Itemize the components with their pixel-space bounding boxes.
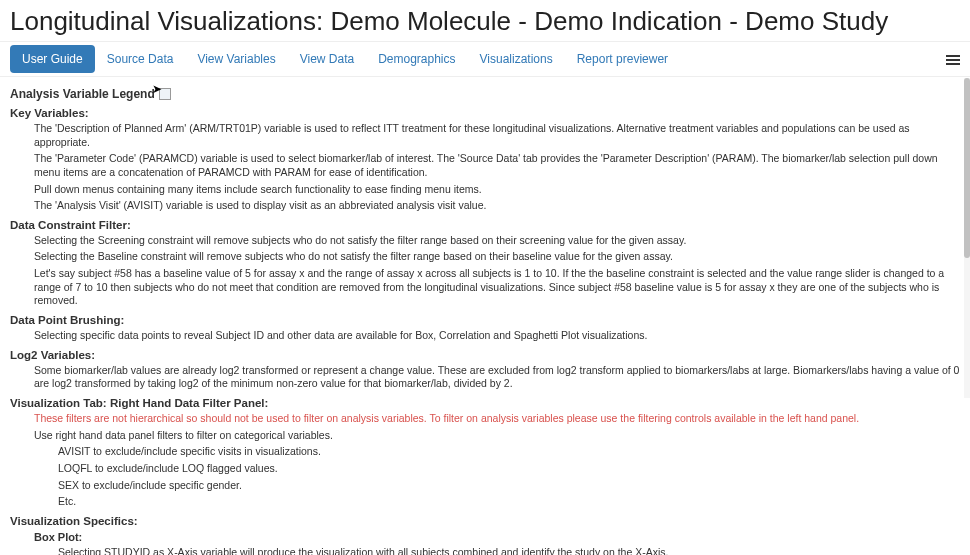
heading-viz-tab: Visualization Tab: Right Hand Data Filte… [10,397,960,409]
text-viz-b3: SEX to exclude/include specific gender. [58,479,960,493]
text-viz-warning: These filters are not hierarchical so sh… [34,412,960,426]
tab-user-guide[interactable]: User Guide [10,45,95,73]
hamburger-icon[interactable] [946,53,960,65]
text-constraint-2: Selecting the Baseline constraint will r… [34,250,960,264]
text-key-vars-2: The 'Parameter Code' (PARAMCD) variable … [34,152,960,179]
tab-report-previewer[interactable]: Report previewer [565,42,680,76]
tab-visualizations[interactable]: Visualizations [468,42,565,76]
tab-view-data[interactable]: View Data [288,42,366,76]
page-title: Longitudinal Visualizations: Demo Molecu… [0,0,970,41]
tab-bar: User Guide Source Data View Variables Vi… [0,41,970,77]
tab-view-variables[interactable]: View Variables [185,42,287,76]
heading-key-variables: Key Variables: [10,107,960,119]
text-constraint-1: Selecting the Screening constraint will … [34,234,960,248]
scrollbar-thumb[interactable] [964,78,970,258]
text-viz-b1: AVISIT to exclude/include specific visit… [58,445,960,459]
text-viz-p1: Use right hand data panel filters to fil… [34,429,960,443]
tab-source-data[interactable]: Source Data [95,42,186,76]
text-constraint-3: Let's say subject #58 has a baseline val… [34,267,960,308]
legend-heading: Analysis Variable Legend [10,87,960,101]
legend-expand-icon[interactable] [159,88,171,100]
heading-data-constraint: Data Constraint Filter: [10,219,960,231]
heading-viz-specifics: Visualization Specifics: [10,515,960,527]
legend-title-text: Analysis Variable Legend [10,87,155,101]
text-key-vars-1: The 'Description of Planned Arm' (ARM/TR… [34,122,960,149]
heading-box-plot: Box Plot: [34,531,960,543]
text-log2-1: Some biomarker/lab values are already lo… [34,364,960,391]
text-box-1: Selecting STUDYID as X-Axis variable wil… [58,546,960,555]
text-viz-b4: Etc. [58,495,960,509]
heading-log2: Log2 Variables: [10,349,960,361]
content-area: Analysis Variable Legend Key Variables: … [0,77,970,555]
text-key-vars-4: The 'Analysis Visit' (AVISIT) variable i… [34,199,960,213]
heading-brushing: Data Point Brushing: [10,314,960,326]
text-viz-b2: LOQFL to exclude/include LOQ flagged val… [58,462,960,476]
text-brushing-1: Selecting specific data points to reveal… [34,329,960,343]
tab-demographics[interactable]: Demographics [366,42,467,76]
text-key-vars-3: Pull down menus containing many items in… [34,183,960,197]
